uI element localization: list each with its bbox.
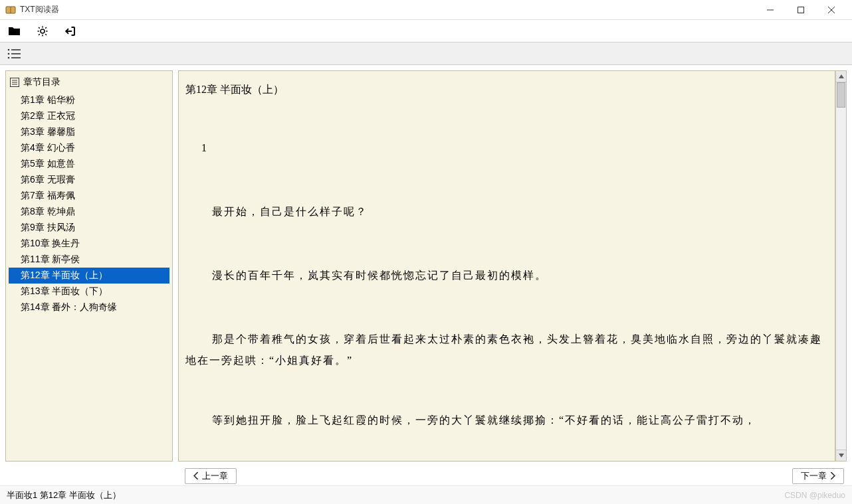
content-scrollbar[interactable]: [835, 70, 847, 462]
prev-chapter-button[interactable]: 上一章: [185, 468, 237, 484]
svg-rect-3: [798, 7, 804, 13]
app-icon: [5, 5, 16, 15]
prev-chapter-label: 上一章: [202, 470, 228, 482]
window-title: TXT阅读器: [20, 4, 755, 15]
secondary-toolbar: [0, 42, 852, 65]
next-chapter-button[interactable]: 下一章: [792, 468, 844, 484]
minimize-button[interactable]: [755, 0, 786, 20]
sidebar-title: 章节目录: [23, 76, 60, 88]
chapter-item[interactable]: 第7章 福寿佩: [9, 188, 169, 204]
svg-point-6: [8, 48, 10, 50]
chapter-item[interactable]: 第12章 半面妆（上）: [9, 268, 169, 284]
content-wrap: 第12章 半面妆（上） 1 最开始，自己是什么样子呢？ 漫长的百年千年，岚其实有…: [178, 70, 847, 462]
maximize-button[interactable]: [786, 0, 816, 20]
svg-point-8: [8, 52, 10, 54]
toc-toggle-button[interactable]: [7, 46, 23, 62]
chapter-nav: 上一章 下一章: [0, 467, 852, 485]
content-paragraph: 最开始，自己是什么样子呢？: [185, 201, 825, 222]
content-paragraph: 那是个带着稚气的女孩，穿着后世看起来太过朴素的素色衣袍，头发上簪着花，臭美地临水…: [185, 329, 825, 371]
chapter-item[interactable]: 第10章 换生丹: [9, 236, 169, 252]
chapter-item[interactable]: 第8章 乾坤鼎: [9, 204, 169, 220]
status-text: 半面妆1 第12章 半面妆（上）: [7, 489, 121, 501]
chapter-item[interactable]: 第11章 新亭侯: [9, 252, 169, 268]
chapter-item[interactable]: 第2章 正衣冠: [9, 108, 169, 124]
exit-button[interactable]: [62, 23, 78, 39]
chapter-item[interactable]: 第13章 半面妆（下）: [9, 284, 169, 299]
next-chapter-label: 下一章: [801, 470, 827, 482]
chapter-item[interactable]: 第4章 幻心香: [9, 140, 169, 156]
chapter-item[interactable]: 第6章 无瑕膏: [9, 172, 169, 188]
chevron-left-icon: [193, 471, 199, 481]
toc-icon: [10, 78, 19, 87]
main-area: 章节目录 第1章 铅华粉第2章 正衣冠第3章 馨馨脂第4章 幻心香第5章 如意兽…: [0, 65, 852, 467]
sidebar-header: 章节目录: [9, 74, 169, 92]
scroll-up-button[interactable]: [836, 71, 846, 82]
toolbar: [0, 20, 852, 42]
svg-point-10: [8, 56, 10, 58]
chapter-item[interactable]: 第1章 铅华粉: [9, 92, 169, 108]
chapter-sidebar: 章节目录 第1章 铅华粉第2章 正衣冠第3章 馨馨脂第4章 幻心香第5章 如意兽…: [5, 70, 173, 462]
content-paragraph: 1: [185, 137, 825, 159]
scroll-thumb[interactable]: [837, 82, 845, 108]
reader-content: 第12章 半面妆（上） 1 最开始，自己是什么样子呢？ 漫长的百年千年，岚其实有…: [178, 70, 835, 462]
chapter-item[interactable]: 第5章 如意兽: [9, 156, 169, 172]
chevron-right-icon: [829, 471, 835, 481]
scroll-down-button[interactable]: [836, 450, 846, 461]
open-file-button[interactable]: [7, 23, 23, 39]
chapter-item[interactable]: 第3章 馨馨脂: [9, 124, 169, 140]
window-controls: [755, 0, 847, 20]
chapter-list: 第1章 铅华粉第2章 正衣冠第3章 馨馨脂第4章 幻心香第5章 如意兽第6章 无…: [9, 92, 169, 315]
chapter-item[interactable]: 第9章 扶风汤: [9, 220, 169, 236]
status-bar: 半面妆1 第12章 半面妆（上）: [0, 485, 852, 504]
watermark: CSDN @pikeduo: [784, 491, 845, 500]
content-paragraph: 等到她扭开脸，脸上飞起红霞的时候，一旁的大丫鬟就继续揶揄：“不好看的话，能让高公…: [185, 410, 825, 431]
settings-button[interactable]: [35, 23, 51, 39]
close-button[interactable]: [816, 0, 847, 20]
content-chapter-title: 第12章 半面妆（上）: [185, 79, 825, 100]
window-titlebar: TXT阅读器: [0, 0, 852, 20]
content-paragraph: 漫长的百年千年，岚其实有时候都恍惚忘记了自己最初的模样。: [185, 265, 825, 286]
chapter-item[interactable]: 第14章 番外：人狗奇缘: [9, 299, 169, 315]
